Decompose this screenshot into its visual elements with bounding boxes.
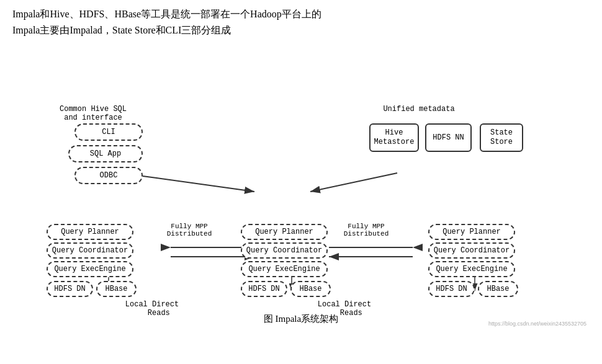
label-fully-mpp-center: Fully MPPDistributed — [335, 223, 397, 237]
box-qc-left: Query Coordinator — [47, 242, 133, 259]
box-odbc: ODBC — [74, 167, 143, 184]
box-qp-center: Query Planner — [241, 224, 328, 240]
box-hdfsdn-center: HDFS DN — [241, 281, 287, 297]
box-qp-left: Query Planner — [47, 224, 133, 240]
box-sql-app: SQL App — [68, 145, 143, 162]
box-qp-right: Query Planner — [428, 224, 515, 240]
box-hdfsdn-right: HDFS DN — [428, 281, 475, 297]
box-hbase-right: HBase — [478, 281, 518, 297]
svg-line-3 — [310, 173, 397, 192]
box-hive-metastore: Hive Metastore — [369, 123, 419, 152]
main-container: Impala和Hive、HDFS、HBase等工具是统一部署在一个Hadoop平… — [0, 0, 602, 364]
box-qe-left: Query ExecEngine — [47, 261, 133, 277]
watermark: https://blog.csdn.net/weixin2435532705 — [488, 321, 586, 327]
label-unified-metadata: Unified metadata — [369, 105, 469, 113]
title-block: Impala和Hive、HDFS、HBase等工具是统一部署在一个Hadoop平… — [12, 6, 590, 38]
box-qc-right: Query Coordinator — [428, 242, 515, 259]
box-hbase-center: HBase — [290, 281, 331, 297]
label-fully-mpp-left: Fully MPPDistributed — [158, 223, 220, 237]
box-hbase-left: HBase — [96, 281, 137, 297]
svg-line-2 — [143, 176, 254, 192]
box-qc-center: Query Coordinator — [241, 242, 328, 259]
box-hdfsdn-left: HDFS DN — [47, 281, 93, 297]
box-state-store: State Store — [480, 123, 523, 152]
box-qe-center: Query ExecEngine — [241, 261, 328, 277]
box-hdfs-nn: HDFS NN — [425, 123, 472, 152]
diagram-area: Common Hive SQLand interface Unified met… — [12, 43, 590, 328]
box-cli: CLI — [74, 123, 143, 141]
box-qe-right: Query ExecEngine — [428, 261, 515, 277]
title-line1: Impala和Hive、HDFS、HBase等工具是统一部署在一个Hadoop平… — [12, 6, 590, 22]
title-line2: Impala主要由Impalad，State Store和CLI三部分组成 — [12, 22, 590, 38]
label-common-hive: Common Hive SQLand interface — [50, 105, 137, 122]
